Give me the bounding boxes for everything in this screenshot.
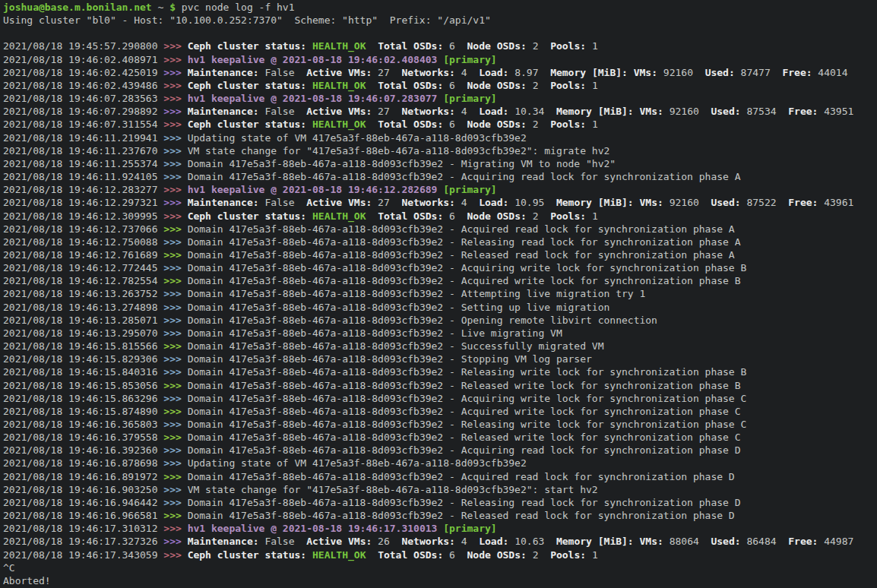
- marker-blue-icon: >>>: [163, 158, 187, 169]
- log-text: Aborted!: [3, 575, 51, 586]
- aborted-line: Aborted!: [3, 574, 877, 587]
- log-text: Total OSDs:: [378, 40, 443, 52]
- log-text: Node OSDs:: [467, 210, 527, 222]
- log-text: Total OSDs:: [378, 210, 443, 222]
- log-text: [primary]: [443, 184, 496, 195]
- timestamp: 2021/08/18 19:46:13.263752: [3, 288, 163, 299]
- log-line: 2021/08/18 19:46:16.379558 >>> Domain 41…: [3, 431, 877, 444]
- marker-blue-icon: >>>: [163, 419, 187, 430]
- log-line: 2021/08/18 19:46:07.311554 >>> Ceph clus…: [3, 118, 877, 131]
- log-line: 2021/08/18 19:46:11.237670 >>> VM state …: [3, 144, 877, 157]
- timestamp: 2021/08/18 19:46:17.310312: [3, 523, 163, 534]
- log-line: 2021/08/18 19:46:12.297321 >>> Maintenan…: [3, 196, 877, 209]
- log-text: Used:: [711, 197, 740, 208]
- log-text: Domain 417e5a3f-88eb-467a-a118-8d093cfb3…: [188, 497, 741, 508]
- marker-blue-icon: >>>: [163, 302, 187, 313]
- marker-lime-icon: >>>: [163, 471, 187, 482]
- log-text: Domain 417e5a3f-88eb-467a-a118-8d093cfb3…: [188, 419, 747, 430]
- timestamp: 2021/08/18 19:46:16.946442: [3, 497, 163, 508]
- marker-lime-icon: >>>: [163, 249, 187, 261]
- log-text: Ceph cluster status:: [188, 40, 307, 52]
- log-text: Domain 417e5a3f-88eb-467a-a118-8d093cfb3…: [188, 327, 562, 339]
- log-text: ^C: [3, 562, 15, 574]
- marker-blue-icon: >>>: [163, 236, 187, 248]
- log-text: Active VMs:: [306, 197, 372, 208]
- marker-lime-icon: >>>: [163, 510, 187, 521]
- log-text: 10.34: [508, 106, 556, 117]
- log-line: 2021/08/18 19:46:02.408971 >>> hv1 keepa…: [3, 53, 877, 66]
- log-line: 2021/08/18 19:46:16.966581 >>> Domain 41…: [3, 509, 877, 522]
- log-text: Domain 417e5a3f-88eb-467a-a118-8d093cfb3…: [188, 353, 592, 365]
- log-text: Pools:: [550, 210, 586, 222]
- log-text: Domain 417e5a3f-88eb-467a-a118-8d093cfb3…: [188, 249, 735, 261]
- log-text: Total OSDs:: [378, 549, 443, 561]
- marker-blue-icon: >>>: [163, 171, 187, 182]
- log-line: 2021/08/18 19:46:13.285071 >>> Domain 41…: [3, 314, 877, 327]
- timestamp: 2021/08/18 19:46:13.285071: [3, 315, 163, 326]
- log-text: Using cluster "bl0" - Host: "10.100.0.25…: [3, 14, 491, 26]
- log-text: [634, 536, 640, 547]
- log-text: VMs:: [640, 106, 663, 117]
- log-line: 2021/08/18 19:46:12.772445 >>> Domain 41…: [3, 261, 877, 274]
- marker-pink-icon: >>>: [163, 93, 187, 104]
- timestamp: 2021/08/18 19:46:16.392360: [3, 444, 163, 456]
- timestamp: 2021/08/18 19:45:57.290800: [3, 40, 163, 52]
- log-line: 2021/08/18 19:46:17.310312 >>> hv1 keepa…: [3, 522, 877, 535]
- log-text: False: [259, 67, 307, 78]
- timestamp: 2021/08/18 19:46:17.327326: [3, 536, 163, 547]
- timestamp: 2021/08/18 19:46:11.255374: [3, 158, 163, 169]
- timestamp: 2021/08/18 19:46:15.863296: [3, 393, 163, 404]
- log-line: 2021/08/18 19:46:12.283277 >>> hv1 keepa…: [3, 183, 877, 196]
- timestamp: 2021/08/18 19:46:15.815566: [3, 340, 163, 352]
- marker-violet-icon: >>>: [163, 536, 187, 547]
- marker-pink-icon: >>>: [163, 119, 187, 130]
- log-line: 2021/08/18 19:46:13.263752 >>> Domain 41…: [3, 287, 877, 300]
- log-text: VM state change for "417e5a3f-88eb-467a-…: [188, 484, 598, 495]
- log-text: Domain 417e5a3f-88eb-467a-a118-8d093cfb3…: [188, 340, 604, 352]
- log-text: HEALTH_OK: [312, 119, 366, 130]
- log-text: Networks:: [401, 106, 454, 117]
- terminal-screen[interactable]: joshua@base.m.bonilan.net ~ $ pvc node l…: [0, 0, 877, 588]
- log-text: [634, 106, 640, 117]
- log-text: Memory [MiB]:: [556, 536, 634, 547]
- marker-blue-icon: >>>: [163, 132, 187, 144]
- timestamp: 2021/08/18 19:46:13.295070: [3, 327, 163, 339]
- log-text: Load:: [479, 106, 508, 117]
- marker-blue-icon: >>>: [163, 366, 187, 378]
- log-line: 2021/08/18 19:46:12.782554 >>> Domain 41…: [3, 274, 877, 287]
- log-text: Node OSDs:: [467, 80, 527, 91]
- log-line: 2021/08/18 19:46:17.327326 >>> Maintenan…: [3, 535, 877, 548]
- log-text: Load:: [479, 536, 508, 547]
- log-text: 10.95: [508, 197, 556, 208]
- log-text: Domain 417e5a3f-88eb-467a-a118-8d093cfb3…: [188, 471, 735, 482]
- log-text: Ceph cluster status:: [188, 80, 307, 91]
- log-text: 6: [443, 40, 467, 52]
- log-line: 2021/08/18 19:46:02.425019 >>> Maintenan…: [3, 66, 877, 79]
- log-line: 2021/08/18 19:46:12.737066 >>> Domain 41…: [3, 223, 877, 236]
- timestamp: 2021/08/18 19:46:16.891972: [3, 471, 163, 482]
- log-text: Updating state of VM 417e5a3f-88eb-467a-…: [188, 132, 527, 144]
- timestamp: 2021/08/18 19:46:11.924105: [3, 171, 163, 182]
- log-text: HEALTH_OK: [312, 210, 366, 222]
- log-text: Domain 417e5a3f-88eb-467a-a118-8d093cfb3…: [188, 366, 747, 378]
- timestamp: 2021/08/18 19:46:11.219941: [3, 132, 163, 144]
- log-text: [366, 210, 378, 222]
- log-text: Memory [MiB]:: [556, 106, 634, 117]
- log-text: 1: [586, 210, 598, 222]
- log-line: 2021/08/18 19:46:11.255374 >>> Domain 41…: [3, 157, 877, 170]
- log-text: [primary]: [443, 54, 496, 65]
- log-text: 4: [455, 106, 479, 117]
- log-text: 87522: [741, 197, 789, 208]
- log-text: Pools:: [550, 80, 586, 91]
- log-line: 2021/08/18 19:46:15.863296 >>> Domain 41…: [3, 392, 877, 405]
- timestamp: 2021/08/18 19:46:12.761689: [3, 249, 163, 261]
- log-text: Active VMs:: [306, 536, 372, 547]
- log-text: Domain 417e5a3f-88eb-467a-a118-8d093cfb3…: [188, 510, 735, 521]
- log-text: 1: [586, 119, 598, 130]
- log-text: Active VMs:: [306, 67, 372, 78]
- log-line: 2021/08/18 19:46:16.903250 >>> VM state …: [3, 483, 877, 496]
- log-text: HEALTH_OK: [312, 549, 366, 561]
- log-text: hv1 keepalive @ 2021-08-18 19:46:07.2830…: [188, 93, 444, 104]
- marker-pink-icon: >>>: [163, 184, 187, 195]
- log-text: [366, 40, 378, 52]
